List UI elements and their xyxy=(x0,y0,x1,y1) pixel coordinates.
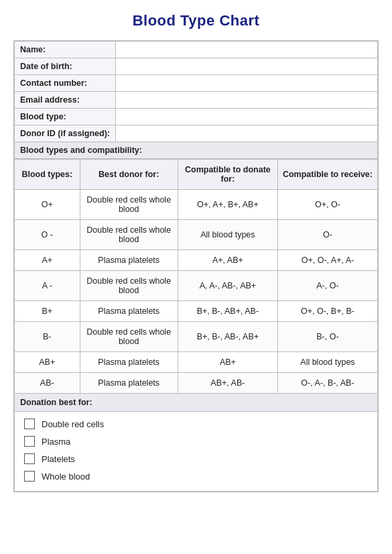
donation-item-0: Double red cells xyxy=(24,419,368,429)
donate-for-6: AB+ xyxy=(178,352,277,373)
blood-type-7: AB- xyxy=(15,373,80,394)
info-label-3: Email address: xyxy=(15,92,116,109)
checkbox-0[interactable] xyxy=(24,419,35,429)
receive-0: O+, O- xyxy=(277,190,377,220)
blood-type-0: O+ xyxy=(15,190,80,220)
info-value-3[interactable] xyxy=(116,92,378,109)
info-value-5[interactable] xyxy=(116,125,378,142)
donation-section: Donation best for: Double red cellsPlasm… xyxy=(14,394,378,492)
donation-item-3: Whole blood xyxy=(24,471,368,482)
donate-for-0: O+, A+, B+, AB+ xyxy=(178,190,277,220)
best-donor-2: Plasma platelets xyxy=(80,250,178,271)
blood-type-6: AB+ xyxy=(15,352,80,373)
info-value-2[interactable] xyxy=(116,75,378,92)
blood-type-5: B- xyxy=(15,322,80,352)
col-header-2: Compatible to donate for: xyxy=(178,160,277,190)
info-label-1: Date of birth: xyxy=(15,58,116,75)
best-donor-5: Double red cells whole blood xyxy=(80,322,178,352)
compatibility-table: Blood types:Best donor for:Compatible to… xyxy=(14,159,378,394)
table-row: B- Double red cells whole blood B+, B-, … xyxy=(15,322,378,352)
table-row: O - Double red cells whole blood All blo… xyxy=(15,220,378,250)
receive-1: O- xyxy=(277,220,377,250)
receive-6: All blood types xyxy=(277,352,377,373)
table-row: AB+ Plasma platelets AB+ All blood types xyxy=(15,352,378,373)
donation-label-0: Double red cells xyxy=(42,419,104,429)
best-donor-6: Plasma platelets xyxy=(80,352,178,373)
table-row: A+ Plasma platelets A+, AB+ O+, O-, A+, … xyxy=(15,250,378,271)
receive-4: O+, O-, B+, B- xyxy=(277,301,377,322)
best-donor-0: Double red cells whole blood xyxy=(80,190,178,220)
donate-for-4: B+, B-, AB+, AB- xyxy=(178,301,277,322)
col-header-3: Compatible to receive: xyxy=(277,160,377,190)
donate-for-2: A+, AB+ xyxy=(178,250,277,271)
info-label-2: Contact number: xyxy=(15,75,116,92)
checkbox-3[interactable] xyxy=(24,471,35,482)
blood-type-3: A - xyxy=(15,271,80,301)
checkbox-1[interactable] xyxy=(24,436,35,447)
best-donor-4: Plasma platelets xyxy=(80,301,178,322)
info-value-4[interactable] xyxy=(116,109,378,125)
donate-for-1: All blood types xyxy=(178,220,277,250)
receive-3: A-, O- xyxy=(277,271,377,301)
col-header-0: Blood types: xyxy=(15,160,80,190)
table-row: B+ Plasma platelets B+, B-, AB+, AB- O+,… xyxy=(15,301,378,322)
info-value-1[interactable] xyxy=(116,58,378,75)
donate-for-3: A, A-, AB-, AB+ xyxy=(178,271,277,301)
donation-header: Donation best for: xyxy=(15,394,377,412)
donation-label-3: Whole blood xyxy=(42,472,90,482)
section-header-6: Blood types and compatibility: xyxy=(15,142,378,159)
receive-2: O+, O-, A+, A- xyxy=(277,250,377,271)
info-value-0[interactable] xyxy=(116,42,378,58)
checkbox-2[interactable] xyxy=(24,453,35,464)
donation-item-2: Platelets xyxy=(24,453,368,464)
info-table: Name:Date of birth:Contact number:Email … xyxy=(14,41,378,159)
best-donor-7: Plasma platelets xyxy=(80,373,178,394)
info-label-0: Name: xyxy=(15,42,116,58)
page-title: Blood Type Chart xyxy=(13,12,379,30)
donate-for-7: AB+, AB- xyxy=(178,373,277,394)
info-label-5: Donor ID (if assigned): xyxy=(15,125,116,142)
col-header-1: Best donor for: xyxy=(80,160,178,190)
receive-5: B-, O- xyxy=(277,322,377,352)
donation-item-1: Plasma xyxy=(24,436,368,447)
blood-type-2: A+ xyxy=(15,250,80,271)
donation-label-2: Platelets xyxy=(42,454,75,464)
donate-for-5: B+, B-, AB-, AB+ xyxy=(178,322,277,352)
best-donor-1: Double red cells whole blood xyxy=(80,220,178,250)
receive-7: O-, A-, B-, AB- xyxy=(277,373,377,394)
info-label-4: Blood type: xyxy=(15,109,116,125)
blood-type-1: O - xyxy=(15,220,80,250)
table-row: O+ Double red cells whole blood O+, A+, … xyxy=(15,190,378,220)
blood-type-4: B+ xyxy=(15,301,80,322)
table-row: A - Double red cells whole blood A, A-, … xyxy=(15,271,378,301)
best-donor-3: Double red cells whole blood xyxy=(80,271,178,301)
table-row: AB- Plasma platelets AB+, AB- O-, A-, B-… xyxy=(15,373,378,394)
donation-label-1: Plasma xyxy=(42,437,70,447)
